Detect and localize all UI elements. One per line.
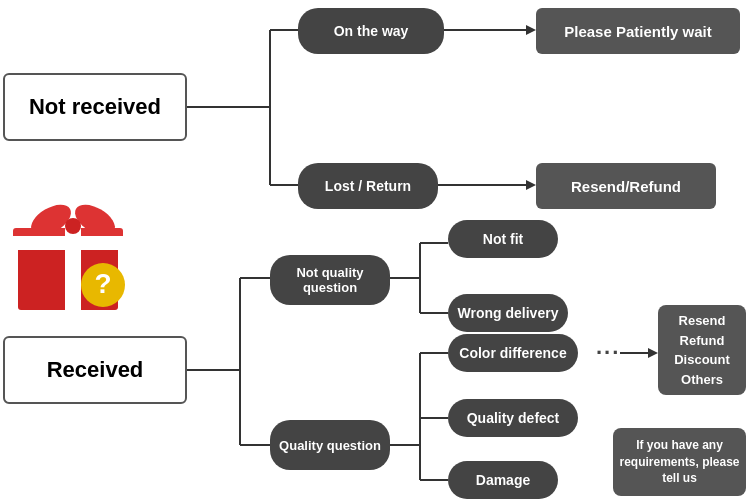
resend-refund-top-label: Resend/Refund (571, 178, 681, 195)
dots-separator: ··· (596, 340, 620, 366)
quality-defect-label: Quality defect (467, 410, 560, 426)
color-difference-node: Color difference (448, 334, 578, 372)
resend-refund-options-node: Resend Refund Discount Others (658, 305, 746, 395)
if-requirements-label: If you have any requirements, please tel… (617, 437, 742, 487)
svg-marker-28 (648, 348, 658, 358)
lost-return-node: Lost / Return (298, 163, 438, 209)
resend-refund-options-label: Resend Refund Discount Others (674, 311, 730, 389)
not-quality-question-label: Not quality question (274, 265, 386, 295)
svg-rect-32 (13, 236, 123, 250)
on-the-way-label: On the way (334, 23, 409, 39)
gift-box-icon: ? (8, 190, 138, 320)
quality-question-label: Quality question (279, 438, 381, 453)
svg-text:?: ? (94, 268, 111, 299)
svg-point-35 (65, 218, 81, 234)
not-received-label: Not received (29, 94, 161, 120)
received-node: Received (3, 336, 187, 404)
wrong-delivery-node: Wrong delivery (448, 294, 568, 332)
damage-label: Damage (476, 472, 530, 488)
not-received-node: Not received (3, 73, 187, 141)
please-wait-label: Please Patiently wait (564, 23, 712, 40)
please-wait-node: Please Patiently wait (536, 8, 740, 54)
damage-node: Damage (448, 461, 558, 499)
not-fit-label: Not fit (483, 231, 523, 247)
if-requirements-node: If you have any requirements, please tel… (613, 428, 746, 496)
on-the-way-node: On the way (298, 8, 444, 54)
wrong-delivery-label: Wrong delivery (458, 305, 559, 321)
quality-defect-node: Quality defect (448, 399, 578, 437)
quality-question-node: Quality question (270, 420, 390, 470)
color-difference-label: Color difference (459, 345, 566, 361)
not-quality-question-node: Not quality question (270, 255, 390, 305)
received-label: Received (47, 357, 144, 383)
svg-marker-4 (526, 25, 536, 35)
svg-marker-9 (526, 180, 536, 190)
not-fit-node: Not fit (448, 220, 558, 258)
lost-return-label: Lost / Return (325, 178, 411, 194)
resend-refund-top-node: Resend/Refund (536, 163, 716, 209)
